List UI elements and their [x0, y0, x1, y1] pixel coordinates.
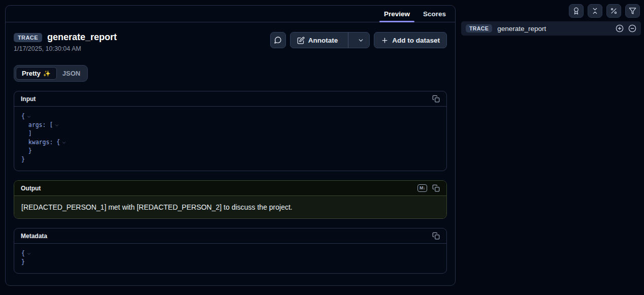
tab-scores-label: Scores	[423, 10, 446, 18]
copy-icon[interactable]	[432, 95, 440, 103]
code-line: }	[21, 155, 25, 164]
input-panel-header: Input	[14, 91, 446, 107]
trace-tree-row-label: generate_report	[497, 25, 610, 32]
input-panel: Input { args: [ ] kwargs: { } }	[14, 91, 447, 171]
tab-preview-label: Preview	[384, 10, 410, 18]
code-line: kwargs: {	[21, 138, 60, 147]
code-line: }	[21, 147, 32, 155]
collapse-minus-circle-icon[interactable]	[628, 24, 636, 32]
tab-preview[interactable]: Preview	[384, 6, 410, 22]
annotate-button-label: Annotate	[308, 37, 338, 44]
code-line: args: [	[21, 121, 53, 129]
collapse-chevron-icon[interactable]	[54, 123, 59, 128]
annotate-button-main[interactable]: Annotate	[291, 32, 345, 48]
code-line: }	[21, 258, 25, 267]
metadata-json-viewer: { }	[14, 244, 446, 273]
preview-tabs: Preview Scores	[6, 6, 455, 22]
plus-icon	[381, 37, 389, 44]
view-mode-toggle: Pretty ✨ JSON	[14, 65, 88, 82]
trace-type-badge: TRACE	[466, 24, 492, 32]
collapse-chevron-icon[interactable]	[26, 251, 31, 256]
add-to-dataset-button[interactable]: Add to dataset	[374, 32, 447, 48]
view-toggle-pretty[interactable]: Pretty ✨	[16, 67, 57, 80]
tab-scores[interactable]: Scores	[423, 6, 446, 22]
collapse-chevron-icon[interactable]	[26, 114, 31, 119]
annotate-pen-icon	[297, 37, 305, 44]
expand-plus-circle-icon[interactable]	[616, 24, 624, 32]
copy-icon[interactable]	[432, 184, 440, 192]
active-tab-indicator	[379, 21, 414, 22]
metadata-panel: Metadata { }	[14, 228, 447, 274]
observation-header: TRACE generate_report 1/17/2025, 10:30:0…	[14, 32, 447, 52]
trace-tree-row[interactable]: TRACE generate_report	[461, 21, 641, 36]
annotate-button-divider	[348, 32, 348, 48]
output-panel-header: Output M↓	[14, 181, 446, 196]
page-title: generate_report	[47, 32, 117, 43]
code-line: ]	[21, 129, 32, 138]
filter-button[interactable]	[625, 4, 640, 18]
metadata-panel-label: Metadata	[21, 233, 47, 240]
chevron-down-icon	[358, 37, 364, 44]
trace-content: TRACE generate_report 1/17/2025, 10:30:0…	[6, 32, 455, 274]
view-toggle-json[interactable]: JSON	[57, 68, 86, 79]
output-panel: Output M↓ [REDACTED_PERSON_1] met with […	[14, 180, 447, 219]
output-text: [REDACTED_PERSON_1] met with [REDACTED_P…	[14, 196, 446, 218]
header-actions: Annotate Add to dataset	[270, 32, 447, 48]
award-icon	[572, 7, 580, 15]
trace-preview-panel: Preview Scores TRACE generate_report 1/1…	[5, 5, 456, 286]
annotate-button[interactable]: Annotate	[290, 32, 370, 48]
collapse-chevron-icon[interactable]	[61, 140, 67, 145]
add-to-dataset-label: Add to dataset	[392, 37, 440, 44]
percent-icon	[610, 7, 618, 15]
comment-button[interactable]	[270, 32, 286, 48]
copy-icon[interactable]	[432, 232, 440, 240]
tree-toolbar	[569, 4, 640, 18]
collapse-all-button[interactable]	[588, 4, 602, 18]
comment-icon	[274, 36, 282, 44]
chevrons-down-up-icon	[591, 7, 599, 15]
input-json-viewer: { args: [ ] kwargs: { } }	[14, 107, 446, 171]
code-line: {	[21, 249, 25, 258]
trace-type-badge: TRACE	[14, 33, 42, 42]
output-panel-label: Output	[21, 185, 41, 192]
annotate-dropdown-toggle[interactable]	[352, 32, 369, 48]
code-line: {	[21, 112, 25, 121]
sparkles-icon: ✨	[43, 70, 51, 77]
metadata-panel-header: Metadata	[14, 228, 446, 244]
observation-identity: TRACE generate_report 1/17/2025, 10:30:0…	[14, 32, 117, 52]
percent-metrics-button[interactable]	[606, 4, 621, 18]
trace-timestamp: 1/17/2025, 10:30:04 AM	[14, 45, 117, 52]
markdown-toggle-icon[interactable]: M↓	[417, 184, 427, 192]
scores-award-button[interactable]	[569, 4, 584, 18]
filter-funnel-icon	[629, 7, 636, 15]
pretty-label: Pretty	[22, 70, 41, 77]
json-label: JSON	[62, 70, 80, 77]
input-panel-label: Input	[21, 95, 36, 103]
